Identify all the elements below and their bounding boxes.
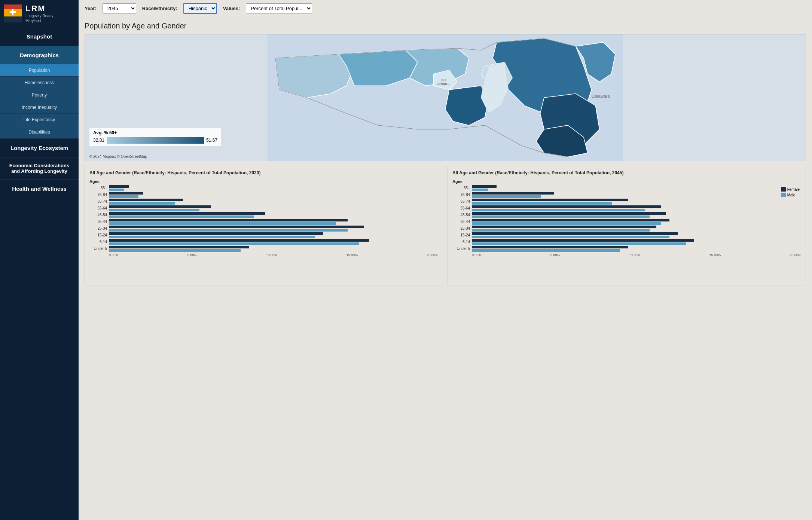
logo-lrm: LRM [25, 4, 54, 13]
bar-age-label: Under 5 [89, 247, 109, 251]
sidebar-item-disabilities[interactable]: Disabilities [0, 126, 79, 138]
values-select[interactable]: Percent of Total Popul... Total Count [246, 3, 312, 13]
bar-age-label: 65-74 [452, 199, 472, 204]
sidebar-item-income-inequality[interactable]: Income Inequality [0, 101, 79, 114]
map-max-val: 51.67 [206, 138, 217, 143]
bar-female [109, 232, 323, 235]
bar-male [472, 195, 541, 198]
year-select[interactable]: 2020 2025 2030 2035 2040 2045 [103, 3, 136, 13]
sidebar-item-health-wellness[interactable]: Health and Wellness [0, 180, 79, 198]
bar-age-label: 5-14 [452, 240, 472, 244]
svg-rect-1 [4, 4, 22, 9]
bar-female [472, 246, 628, 248]
table-row: 15-24 [452, 232, 801, 238]
bar-female [109, 246, 249, 248]
bar-female [472, 226, 656, 228]
bar-age-label: 45-54 [89, 213, 109, 217]
sidebar-item-demographics[interactable]: Demographics [0, 46, 79, 64]
bar-female [109, 226, 364, 228]
table-row: Under 5 [89, 246, 438, 252]
legend-male-box [781, 193, 786, 197]
table-row: 55-64 [452, 205, 801, 211]
bar-age-label: 5-14 [89, 240, 109, 244]
bar-male [109, 202, 175, 205]
bar-male [472, 242, 686, 245]
chart-2045-x-axis: 0.00%5.00%10.00%15.00%20.00% [452, 253, 801, 257]
map-copyright: © 2024 Mapbox © OpenStreetMap [89, 155, 147, 159]
bar-female [109, 205, 211, 208]
table-row: 55-64 [89, 205, 438, 211]
bar-age-label: 55-64 [89, 206, 109, 210]
bar-age-label: 25-34 [452, 226, 472, 230]
sidebar-item-life-expectancy[interactable]: Life Expectancy [0, 114, 79, 126]
bar-male [109, 236, 315, 238]
content-area: Population by Age and Gender DC Colum... [79, 17, 812, 520]
sidebar: LRM Longevity Ready Maryland Snapshot De… [0, 0, 79, 520]
bar-age-label: 85+ [452, 186, 472, 190]
values-label: Values: [223, 6, 240, 11]
table-row: 25-34 [89, 226, 438, 232]
svg-rect-4 [4, 16, 22, 22]
sidebar-item-snapshot[interactable]: Snapshot [0, 27, 79, 46]
svg-text:DC: DC [441, 78, 446, 82]
bar-age-label: Under 5 [452, 247, 472, 251]
legend-female: Female [781, 187, 800, 192]
svg-text:Colum...: Colum... [437, 82, 450, 86]
chart-2045-ages-label: Ages [452, 179, 801, 184]
map-container[interactable]: DC Colum... Delaware [85, 34, 806, 161]
map-bar-row: 32.81 51.67 [93, 137, 217, 144]
sidebar-item-economic[interactable]: Economic Considerations and Affording Lo… [0, 157, 79, 179]
race-select[interactable]: All White Black Hispanic Asian Other [183, 3, 217, 14]
chart-legend: Female Male [781, 187, 800, 197]
main-content: Year: 2020 2025 2030 2035 2040 2045 Race… [79, 0, 812, 520]
sidebar-item-homelessness[interactable]: Homelessness [0, 77, 79, 89]
logo-icon [3, 4, 22, 23]
bar-female [109, 199, 183, 201]
sidebar-item-poverty[interactable]: Poverty [0, 89, 79, 101]
bar-female [472, 192, 554, 195]
map-avg-label: Avg. % 50+ [93, 130, 217, 135]
chart-2020-ages-label: Ages [89, 179, 438, 184]
table-row: 65-74 [452, 199, 801, 205]
sidebar-item-population[interactable]: Population [0, 64, 79, 77]
bar-female [109, 219, 348, 221]
chart-2020-title: All Age and Gender (Race/Ethnicity: Hisp… [89, 170, 438, 176]
bar-male [472, 189, 488, 191]
sidebar-item-longevity-ecosystem[interactable]: Longevity Ecosystem [0, 139, 79, 157]
svg-text:Delaware: Delaware [592, 94, 610, 98]
toolbar: Year: 2020 2025 2030 2035 2040 2045 Race… [79, 0, 812, 17]
page-title: Population by Age and Gender [85, 22, 806, 30]
bar-male [472, 249, 620, 252]
table-row: 35-44 [89, 219, 438, 225]
map-legend: Avg. % 50+ 32.81 51.67 [89, 128, 221, 146]
bar-male [472, 236, 669, 238]
year-label: Year: [85, 6, 97, 11]
bar-female [472, 239, 694, 242]
chart-2045-title: All Age and Gender (Race/Ethnicity: Hisp… [452, 170, 801, 176]
logo-text: LRM Longevity Ready Maryland [25, 4, 54, 23]
bar-age-label: 55-64 [452, 206, 472, 210]
chart-2045: All Age and Gender (Race/Ethnicity: Hisp… [448, 166, 806, 285]
table-row: 5-14 [452, 239, 801, 245]
race-label: Race/Ethnicity: [142, 6, 177, 11]
bar-female [472, 212, 666, 215]
bar-male [472, 202, 612, 205]
bar-male [472, 229, 650, 232]
bar-male [109, 229, 348, 232]
bar-age-label: 15-24 [452, 233, 472, 237]
bar-male [109, 242, 359, 245]
bar-age-label: 35-44 [452, 220, 472, 224]
bar-male [472, 222, 661, 225]
table-row: 15-24 [89, 232, 438, 238]
chart-2020: All Age and Gender (Race/Ethnicity: Hisp… [85, 166, 443, 285]
map-gradient-bar [107, 137, 204, 144]
bar-female [109, 239, 369, 242]
svg-rect-6 [12, 9, 13, 15]
bar-male [109, 215, 254, 218]
logo-area: LRM Longevity Ready Maryland [0, 0, 79, 27]
bar-female [109, 192, 143, 195]
bar-age-label: 35-44 [89, 220, 109, 224]
chart-2045-bars: 85+75-8465-7455-6445-5435-4425-3415-245-… [452, 185, 801, 252]
bar-male [109, 189, 124, 191]
bar-female [472, 185, 497, 188]
